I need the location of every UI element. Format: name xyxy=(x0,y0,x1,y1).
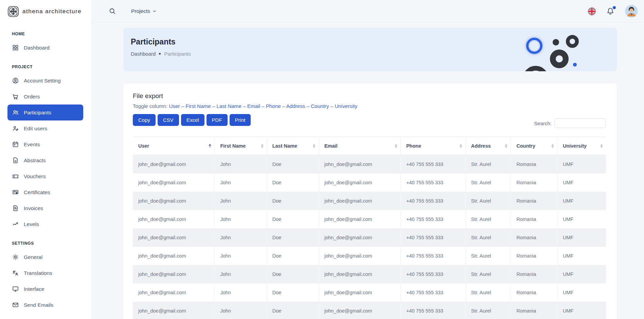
notification-badge xyxy=(613,6,616,9)
table-row[interactable]: john_doe@gmail.comJohnDoejohn_doe@gmail.… xyxy=(133,283,606,302)
deco-blue-ring xyxy=(526,38,542,54)
sidebar-item-participants[interactable]: Participants xyxy=(7,105,83,120)
orders-icon xyxy=(12,93,19,100)
sidebar-item-certificates[interactable]: Certificates xyxy=(7,184,83,200)
cell-address: Str. Aurel xyxy=(465,247,511,265)
brand-logo[interactable]: athena architecture xyxy=(0,0,91,23)
table-row[interactable]: john_doe@gmail.comJohnDoejohn_doe@gmail.… xyxy=(133,302,606,319)
cell-last-name: Doe xyxy=(267,302,319,319)
toggle-column-email[interactable]: Email xyxy=(247,103,260,109)
avatar[interactable] xyxy=(625,5,638,18)
sidebar-item-interface[interactable]: Interface xyxy=(7,281,83,297)
search-icon[interactable] xyxy=(109,7,116,15)
sidebar-item-edit-users[interactable]: Edit users xyxy=(7,120,83,136)
table-row[interactable]: john_doe@gmail.comJohnDoejohn_doe@gmail.… xyxy=(133,265,606,283)
column-header-last-name[interactable]: Last Name xyxy=(267,137,319,155)
cell-phone: +40 755 555 333 xyxy=(400,302,465,319)
toggle-column-phone[interactable]: Phone xyxy=(266,103,281,109)
toggle-separator: – xyxy=(211,103,217,109)
sidebar-item-general[interactable]: General xyxy=(7,249,83,265)
pdf-button[interactable]: PDF xyxy=(207,114,228,126)
toggle-column-first-name[interactable]: First Name xyxy=(185,103,211,109)
cell-phone: +40 755 555 333 xyxy=(400,247,465,265)
cell-phone: +40 755 555 333 xyxy=(400,173,465,192)
events-icon xyxy=(12,141,19,148)
print-button[interactable]: Print xyxy=(230,114,251,126)
cell-address: Str. Aurel xyxy=(465,192,511,210)
cell-first-name: John xyxy=(215,210,267,228)
column-header-address[interactable]: Address xyxy=(465,137,511,155)
cell-university: UMF xyxy=(557,173,606,192)
sidebar-item-send-emails[interactable]: Send Emails xyxy=(7,297,83,313)
column-header-university[interactable]: University xyxy=(557,137,606,155)
column-header-country[interactable]: Country xyxy=(511,137,557,155)
sidebar-item-levels[interactable]: Levels xyxy=(7,216,83,232)
sidebar-item-invoices[interactable]: Invoices xyxy=(7,200,83,216)
deco-dark-donut-medium xyxy=(550,50,569,68)
copy-button[interactable]: Copy xyxy=(133,114,156,126)
cell-first-name: John xyxy=(215,247,267,265)
table-row[interactable]: john_doe@gmail.comJohnDoejohn_doe@gmail.… xyxy=(133,173,606,192)
sidebar-item-account-setting[interactable]: Account Setting xyxy=(7,73,83,89)
toggle-column-university[interactable]: University xyxy=(335,103,357,109)
cell-university: UMF xyxy=(557,228,606,247)
cell-user: john_doe@gmail.com xyxy=(133,192,215,210)
cell-last-name: Doe xyxy=(267,247,319,265)
uk-flag-icon[interactable] xyxy=(588,7,596,15)
toggle-column-last-name[interactable]: Last Name xyxy=(217,103,242,109)
bell-icon[interactable] xyxy=(606,7,615,16)
table-row[interactable]: john_doe@gmail.comJohnDoejohn_doe@gmail.… xyxy=(133,210,606,228)
column-header-phone[interactable]: Phone xyxy=(400,137,465,155)
cell-first-name: John xyxy=(215,155,267,173)
toggle-separator: – xyxy=(260,103,266,109)
projects-dropdown[interactable]: Projects xyxy=(131,8,157,14)
search-input[interactable] xyxy=(554,118,606,128)
cell-phone: +40 755 555 333 xyxy=(400,192,465,210)
toggle-column-row: Toggle column: User – First Name – Last … xyxy=(133,103,606,109)
column-header-user[interactable]: User xyxy=(133,137,215,155)
cell-first-name: John xyxy=(215,302,267,319)
projects-label: Projects xyxy=(131,8,150,14)
table-row[interactable]: john_doe@gmail.comJohnDoejohn_doe@gmail.… xyxy=(133,192,606,210)
column-header-first-name[interactable]: First Name xyxy=(215,137,267,155)
cell-user: john_doe@gmail.com xyxy=(133,173,215,192)
translations-icon xyxy=(12,269,19,277)
cell-university: UMF xyxy=(557,247,606,265)
cell-university: UMF xyxy=(557,283,606,302)
sidebar-item-translations[interactable]: Translations xyxy=(7,265,83,281)
sidebar-item-label: Events xyxy=(24,142,40,148)
cell-university: UMF xyxy=(557,302,606,319)
topbar-right xyxy=(588,5,638,18)
sidebar-item-label: Edit users xyxy=(24,126,47,132)
cell-address: Str. Aurel xyxy=(465,210,511,228)
sidebar-item-dashboard[interactable]: Dashboard xyxy=(7,40,83,56)
toggle-column-address[interactable]: Address xyxy=(286,103,305,109)
sidebar-item-events[interactable]: Events xyxy=(7,136,83,152)
excel-button[interactable]: Excel xyxy=(181,114,204,126)
column-header-email[interactable]: Email xyxy=(319,137,400,155)
sidebar-item-vouchers[interactable]: Vouchers xyxy=(7,168,83,184)
cell-university: UMF xyxy=(557,265,606,283)
cell-user: john_doe@gmail.com xyxy=(133,228,215,247)
sidebar-item-label: Dashboard xyxy=(24,45,50,51)
cell-phone: +40 755 555 333 xyxy=(400,265,465,283)
cell-address: Str. Aurel xyxy=(465,302,511,319)
sort-arrows-icon xyxy=(209,144,211,148)
dashboard-icon xyxy=(12,44,19,51)
sidebar-item-label: Abstracts xyxy=(24,157,46,164)
csv-button[interactable]: CSV xyxy=(158,114,179,126)
toggle-column-country[interactable]: Country xyxy=(311,103,329,109)
sidebar-item-abstracts[interactable]: Abstracts xyxy=(7,152,83,168)
search-label: Search: xyxy=(534,120,552,126)
toggle-column-user[interactable]: User xyxy=(169,103,180,109)
cell-address: Str. Aurel xyxy=(465,228,511,247)
table-row[interactable]: john_doe@gmail.comJohnDoejohn_doe@gmail.… xyxy=(133,155,606,173)
table-row[interactable]: john_doe@gmail.comJohnDoejohn_doe@gmail.… xyxy=(133,228,606,247)
sidebar-item-orders[interactable]: Orders xyxy=(7,89,83,105)
section-label-project: PROJECT xyxy=(0,56,91,73)
cell-university: UMF xyxy=(557,210,606,228)
table-row[interactable]: john_doe@gmail.comJohnDoejohn_doe@gmail.… xyxy=(133,247,606,265)
page-header-banner: Participants Dashboard Participants xyxy=(123,28,617,71)
breadcrumb-dashboard[interactable]: Dashboard xyxy=(131,51,156,57)
toggle-separator: – xyxy=(180,103,185,109)
